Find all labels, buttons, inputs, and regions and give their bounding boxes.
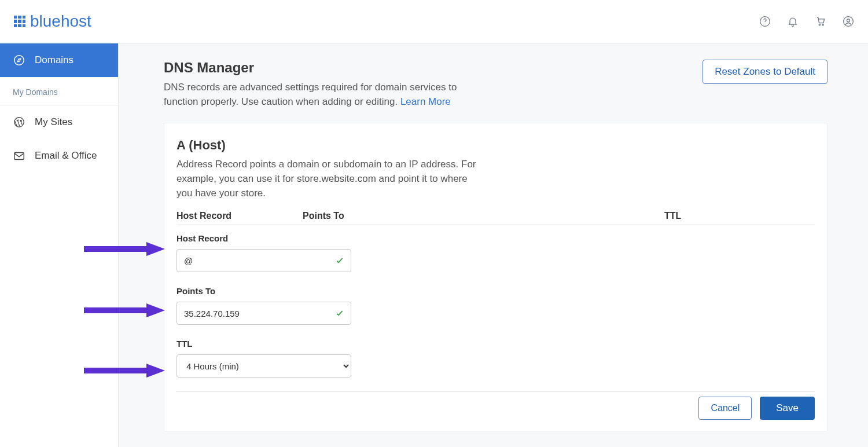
col-points-to: Points To <box>303 211 664 221</box>
host-record-label: Host Record <box>176 233 815 243</box>
svg-point-1 <box>765 24 766 24</box>
sidebar-item-domains[interactable]: Domains <box>0 43 118 77</box>
mail-icon <box>13 149 25 162</box>
svg-point-6 <box>14 56 24 65</box>
compass-icon <box>13 54 25 67</box>
points-to-input[interactable] <box>176 302 351 325</box>
sidebar: Domains My Domains My Sites Email & Offi… <box>0 43 119 447</box>
host-record-input[interactable] <box>176 249 351 272</box>
save-button[interactable]: Save <box>760 397 815 420</box>
reset-zones-button[interactable]: Reset Zones to Default <box>703 60 827 84</box>
help-icon[interactable] <box>759 16 771 27</box>
page-header: DNS Manager DNS records are advanced set… <box>164 60 827 109</box>
card-description: Address Record points a domain or subdom… <box>176 157 483 200</box>
brand-logo[interactable]: bluehost <box>14 12 91 31</box>
learn-more-link[interactable]: Learn More <box>400 96 451 107</box>
svg-point-5 <box>847 19 850 22</box>
app-header: bluehost <box>0 0 868 43</box>
svg-rect-8 <box>14 153 24 160</box>
host-record-field: Host Record <box>176 233 815 272</box>
sidebar-label: Domains <box>35 54 73 66</box>
ttl-select[interactable]: 4 Hours (min) <box>176 354 351 378</box>
main-content: DNS Manager DNS records are advanced set… <box>119 43 868 447</box>
sidebar-label: Email & Office <box>35 150 97 162</box>
cart-icon[interactable] <box>815 16 826 27</box>
sidebar-label: My Sites <box>35 116 72 128</box>
logo-grid-icon <box>14 16 25 27</box>
header-actions <box>759 16 854 27</box>
sidebar-item-my-sites[interactable]: My Sites <box>0 105 118 139</box>
bell-icon[interactable] <box>787 16 799 27</box>
card-footer: Cancel Save <box>176 391 815 420</box>
page-description: DNS records are advanced settings requir… <box>164 80 488 109</box>
col-host-record: Host Record <box>176 211 303 221</box>
check-icon <box>335 309 344 318</box>
check-icon <box>335 256 344 265</box>
ttl-label: TTL <box>176 339 815 349</box>
page-title: DNS Manager <box>164 60 488 76</box>
cancel-button[interactable]: Cancel <box>698 397 752 420</box>
wordpress-icon <box>13 116 25 129</box>
svg-point-4 <box>844 17 854 27</box>
ttl-field: TTL 4 Hours (min) <box>176 339 815 378</box>
card-title: A (Host) <box>176 138 815 153</box>
brand-name: bluehost <box>30 12 91 31</box>
points-to-label: Points To <box>176 286 815 296</box>
points-to-field: Points To <box>176 286 815 325</box>
svg-point-3 <box>822 24 823 25</box>
svg-point-2 <box>819 24 820 25</box>
sidebar-sub-my-domains[interactable]: My Domains <box>0 77 118 105</box>
a-host-card: A (Host) Address Record points a domain … <box>164 123 827 431</box>
col-ttl: TTL <box>664 211 815 221</box>
sidebar-item-email-office[interactable]: Email & Office <box>0 139 118 173</box>
account-icon[interactable] <box>843 16 854 27</box>
column-header-row: Host Record Points To TTL <box>176 211 815 225</box>
